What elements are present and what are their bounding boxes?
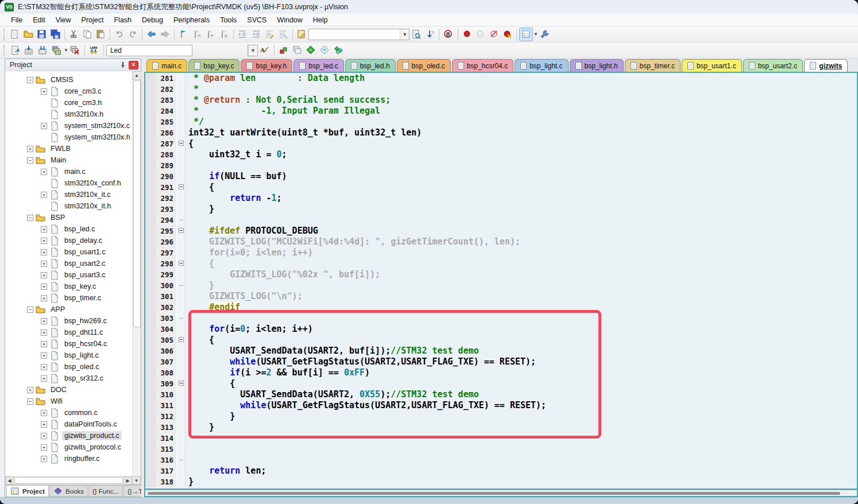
breakpoint-margin[interactable]	[145, 160, 156, 171]
editor-tab-bsp_usart1.c[interactable]: bsp_usart1.c	[682, 59, 742, 72]
scrollbar-thumb[interactable]	[133, 80, 141, 327]
scrollbar-thumb[interactable]	[148, 492, 840, 495]
expand-icon[interactable]: +	[27, 387, 33, 393]
expand-icon[interactable]: +	[41, 444, 47, 451]
breakpoint-margin[interactable]	[145, 280, 156, 291]
tree-item-FWLB[interactable]: + FWLB	[5, 143, 132, 154]
editor-tab-bsp_timer.c[interactable]: bsp_timer.c	[625, 59, 681, 72]
build-icon[interactable]	[22, 44, 36, 57]
chevron-down-icon[interactable]: ▼	[400, 29, 409, 40]
breakpoint-margin[interactable]	[145, 138, 156, 149]
breakpoint-margin[interactable]	[145, 433, 156, 444]
fold-collapse-icon[interactable]: −	[179, 228, 184, 233]
collapse-icon[interactable]: −	[27, 398, 33, 405]
wrench-icon[interactable]	[538, 28, 551, 41]
fold-collapse-icon[interactable]: −	[179, 381, 184, 386]
breakpoint-margin[interactable]	[145, 400, 156, 411]
breakpoint-margin[interactable]	[145, 476, 156, 487]
target-select-dropdown[interactable]: ▼	[248, 45, 258, 56]
tree-item-core_cm3.h[interactable]: core_cm3.h	[5, 97, 132, 108]
breakpoint-margin[interactable]	[145, 127, 156, 138]
expand-icon[interactable]: +	[41, 329, 47, 336]
scroll-down-icon[interactable]: ▼	[132, 476, 141, 484]
undo-icon[interactable]	[113, 28, 126, 41]
tree-item-system_stm32f10x.h[interactable]: system_stm32f10x.h	[5, 131, 132, 143]
menu-flash[interactable]: Flash	[109, 15, 137, 25]
tree-item-gizwits_protocol.c[interactable]: + gizwits_protocol.c	[5, 441, 132, 453]
expand-icon[interactable]: +	[41, 238, 47, 244]
breakpoint-margin[interactable]	[145, 367, 156, 378]
fold-collapse-icon[interactable]: −	[179, 184, 184, 189]
indent-icon[interactable]	[236, 28, 249, 41]
expand-icon[interactable]: +	[41, 352, 47, 359]
expand-icon[interactable]: +	[41, 123, 47, 129]
scrollbar-thumb[interactable]	[14, 477, 123, 484]
breakpoint-margin[interactable]	[145, 117, 156, 127]
editor-tab-bsp_usart2.c[interactable]: bsp_usart2.c	[743, 59, 803, 72]
breakpoint-margin[interactable]	[145, 378, 156, 389]
scroll-up-icon[interactable]: ▲	[133, 71, 141, 80]
project-tree-horizontal-scrollbar[interactable]: ◀ ▶ ▼	[5, 476, 141, 484]
breakpoint-margin[interactable]	[145, 335, 156, 346]
redo-icon[interactable]	[126, 28, 140, 41]
collapse-icon[interactable]: −	[27, 307, 33, 313]
comment-icon[interactable]	[263, 28, 276, 41]
tree-item-common.c[interactable]: + common.c	[5, 407, 132, 418]
breakpoint-margin[interactable]	[145, 356, 156, 367]
editor-tab-bsp_oled.c[interactable]: bsp_oled.c	[397, 59, 451, 72]
expand-icon[interactable]: +	[41, 456, 47, 462]
tree-item-bsp_usart2.c[interactable]: + bsp_usart2.c	[5, 258, 132, 269]
close-icon[interactable]: ×	[129, 61, 138, 69]
collapse-icon[interactable]: −	[27, 215, 33, 221]
expand-icon[interactable]: +	[41, 88, 47, 95]
breakpoint-margin[interactable]	[145, 258, 156, 269]
breakpoint-margin[interactable]	[145, 193, 156, 204]
tree-item-bsp_oled.c[interactable]: + bsp_oled.c	[5, 361, 132, 373]
menu-file[interactable]: File	[6, 15, 28, 25]
breakpoint-margin[interactable]	[145, 313, 156, 324]
breakpoint-margin[interactable]	[145, 455, 156, 466]
expand-icon[interactable]: +	[41, 272, 47, 278]
tree-item-bsp_light.c[interactable]: + bsp_light.c	[5, 350, 132, 361]
nav-forward-icon[interactable]	[159, 28, 172, 41]
editor-tab-bsp_led.c[interactable]: bsp_led.c	[293, 59, 343, 72]
tree-item-dataPointTools.c[interactable]: + dataPointTools.c	[5, 418, 132, 430]
tree-item-bsp_key.c[interactable]: + bsp_key.c	[5, 281, 132, 292]
load-icon[interactable]: LOAD	[87, 44, 101, 57]
breakpoint-margin[interactable]	[145, 324, 156, 335]
editor-tab-gizwits[interactable]: gizwits	[804, 59, 848, 72]
breakpoint-margin[interactable]	[145, 247, 156, 258]
expand-icon[interactable]: +	[41, 364, 47, 370]
tree-item-bsp_usart3.c[interactable]: + bsp_usart3.c	[5, 269, 132, 281]
bookmark-clear-icon[interactable]	[217, 28, 230, 41]
menu-debug[interactable]: Debug	[137, 15, 168, 25]
fold-collapse-icon[interactable]: −	[179, 261, 184, 266]
breakpoint-margin[interactable]	[145, 269, 156, 280]
bookmark-next-icon[interactable]	[191, 28, 204, 41]
tree-item-bsp_led.c[interactable]: + bsp_led.c	[5, 223, 132, 235]
file-extensions-icon[interactable]	[277, 44, 291, 57]
breakpoint-disable-all-icon[interactable]	[488, 28, 501, 41]
tree-item-bsp_delay.c[interactable]: + bsp_delay.c	[5, 235, 132, 246]
tree-item-CMSIS[interactable]: − CMSIS	[5, 74, 132, 86]
tree-item-stm32f10x_it.c[interactable]: + stm32f10x_it.c	[5, 189, 132, 200]
workspace-tab-project[interactable]: Project	[6, 485, 49, 497]
breakpoint-margin[interactable]	[145, 444, 156, 455]
workspace-tab-func[interactable]: {} Func...	[88, 485, 123, 497]
tree-item-bsp_hcsr04.c[interactable]: + bsp_hcsr04.c	[5, 338, 132, 350]
expand-icon[interactable]: +	[41, 284, 47, 290]
fold-collapse-icon[interactable]: −	[179, 337, 184, 342]
tree-item-Main[interactable]: − Main	[5, 154, 132, 166]
project-tree-vertical-scrollbar[interactable]: ▲	[132, 71, 141, 476]
tree-item-bsp_sr312.c[interactable]: + bsp_sr312.c	[5, 373, 132, 384]
breakpoint-margin[interactable]	[145, 106, 156, 117]
breakpoint-margin[interactable]	[145, 95, 156, 106]
breakpoint-margin[interactable]	[145, 182, 156, 193]
menu-help[interactable]: Help	[308, 15, 333, 25]
tree-item-bsp_dht11.c[interactable]: + bsp_dht11.c	[5, 327, 132, 338]
window-toggle-icon[interactable]	[519, 28, 533, 41]
manage-rte-icon[interactable]	[332, 44, 346, 57]
pack-installer-icon[interactable]	[318, 44, 332, 57]
translate-icon[interactable]	[8, 44, 22, 57]
editor-tab-main.c[interactable]: main.c	[146, 59, 187, 72]
